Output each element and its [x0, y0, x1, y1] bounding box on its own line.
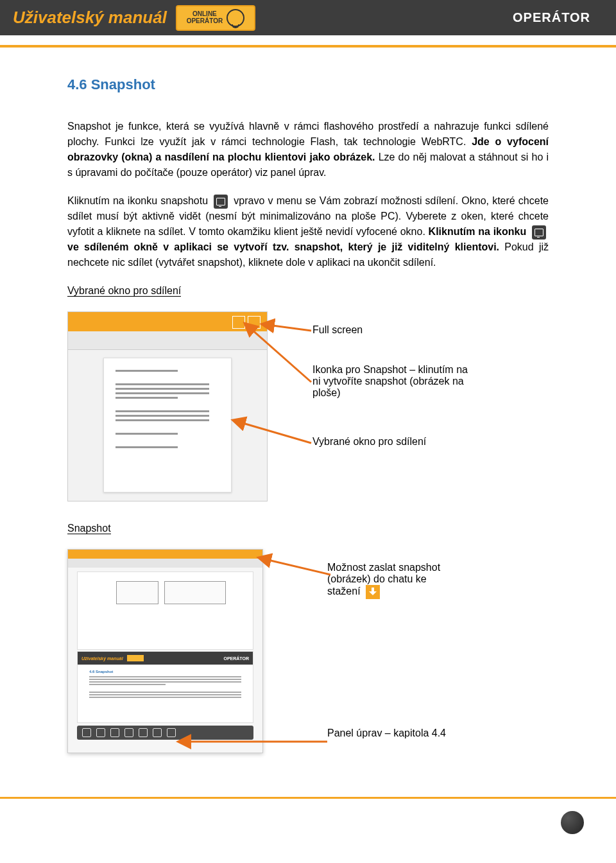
screenshot-snapshot: Uživatelský manuál OPERÁTOR 4.6 Snapshot	[67, 549, 263, 753]
marker-icon	[96, 728, 105, 737]
nested-badge	[127, 655, 144, 661]
online-operator-badge: ONLINE OPERÁTOR	[176, 5, 255, 31]
caption-snapshot: Snapshot	[67, 521, 549, 536]
snapshot-icon	[214, 195, 228, 209]
nested-heading: 4.6 Snapshot	[89, 670, 241, 674]
footer-accent	[0, 797, 616, 799]
caption-selected-window: Vybrané okno pro sdílení	[67, 283, 549, 299]
fullscreen-button-icon	[248, 316, 261, 329]
figure-1: Full screen Ikonka pro Snapshot – klinut…	[67, 311, 549, 501]
save-icon	[124, 728, 133, 737]
figure-2: Uživatelský manuál OPERÁTOR 4.6 Snapshot	[67, 549, 549, 776]
nested-brand: Uživatelský manuál	[81, 656, 123, 661]
zoom-in-icon	[153, 728, 162, 737]
annotation-snapshot-icon: Ikonka pro Snapshot – klinutím na ni vyt…	[312, 364, 470, 399]
header-bar: Uživatelský manuál ONLINE OPERÁTOR OPERÁ…	[0, 0, 616, 35]
edit-toolbar	[77, 726, 253, 740]
page-button[interactable]	[561, 811, 584, 834]
snapshot-button-icon	[232, 316, 245, 329]
paragraph-1: Snapshot je funkce, která se využívá hla…	[67, 119, 549, 180]
svg-line-3	[260, 558, 330, 575]
role-label: OPERÁTOR	[513, 10, 590, 25]
section-heading: 4.6 Snapshot	[67, 76, 549, 93]
trash-icon	[110, 728, 119, 737]
brand-title: Uživatelský manuál	[13, 8, 167, 28]
headset-icon	[227, 9, 244, 27]
snapshot-icon	[532, 225, 546, 240]
search-icon	[167, 728, 176, 737]
nested-role: OPERÁTOR	[223, 656, 249, 661]
pencil-icon	[82, 728, 91, 737]
paragraph-2: Kliknutím na ikonku snapshotu vpravo v m…	[67, 193, 549, 270]
screenshot-shared-window	[67, 311, 268, 501]
badge-line1: ONLINE	[193, 11, 217, 18]
badge-line2: OPERÁTOR	[187, 18, 223, 25]
zoom-out-icon	[139, 728, 148, 737]
annotation-fullscreen: Full screen	[312, 324, 470, 336]
svg-line-0	[263, 324, 311, 331]
annotation-selected-window: Vybrané okno pro sdílení	[312, 436, 470, 448]
download-icon	[366, 585, 380, 599]
annotation-toolbar: Panel úprav – kapitola 4.4	[327, 728, 456, 739]
annotation-send-snapshot: Možnost zaslat snapshot (obrázek) do cha…	[327, 562, 456, 599]
